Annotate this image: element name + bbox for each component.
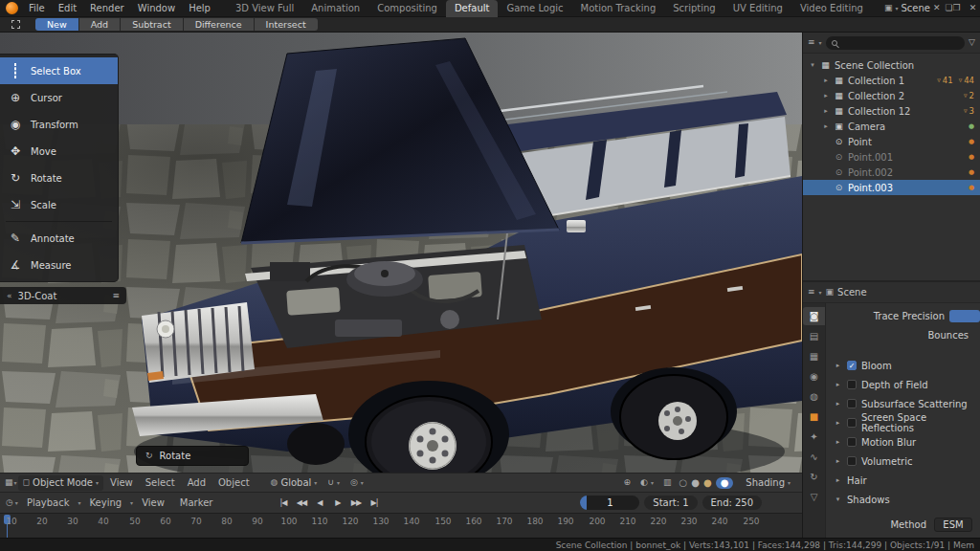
window-icon[interactable]: ❐ xyxy=(953,4,961,12)
panel-volumetric[interactable]: ▸ Volumetric xyxy=(826,452,980,471)
mode-subtract-button[interactable]: Subtract xyxy=(121,18,182,31)
shading-material-button[interactable]: ● xyxy=(703,478,712,488)
panel-depth-of-field[interactable]: ▸ Depth of Field xyxy=(826,375,980,394)
outliner-row-point-001[interactable]: ⊙ Point.001 ● xyxy=(803,149,980,165)
outliner-row-point-002[interactable]: ⊙ Point.002 ● xyxy=(803,165,980,180)
xray-toggle-icon[interactable]: ▥ xyxy=(663,478,672,487)
outliner-row-collection-1[interactable]: ▸ ▦ Collection 1 ▿41 ▿44 xyxy=(803,73,980,88)
menu-playback[interactable]: Playback xyxy=(20,493,77,514)
panel-motion-blur[interactable]: ▸ Motion Blur xyxy=(826,432,980,452)
current-frame-field[interactable]: 1 xyxy=(580,496,639,510)
mode-dropdown[interactable]: ◻ Object Mode ▾ xyxy=(18,475,104,491)
menu-object[interactable]: Object xyxy=(212,474,256,493)
method-dropdown[interactable]: ESM xyxy=(934,518,972,532)
menu-file[interactable]: File xyxy=(22,0,52,16)
menu-edit[interactable]: Edit xyxy=(52,0,83,16)
menu-render[interactable]: Render xyxy=(83,0,131,16)
timeline-ruler[interactable]: 10 20 30 40 50 60 70 80 90 100 110 120 1… xyxy=(0,513,802,538)
play-reverse-button[interactable]: ◀ xyxy=(311,496,327,510)
tab-particles[interactable]: ∿ xyxy=(803,448,825,466)
mode-add-button[interactable]: Add xyxy=(79,18,120,31)
operator-panel-rotate[interactable]: ↻ Rotate xyxy=(136,446,249,466)
subsurface-scattering-checkbox[interactable] xyxy=(847,399,857,408)
jump-to-end-button[interactable]: ▶| xyxy=(366,496,382,510)
expand-icon[interactable]: ▸ xyxy=(834,476,842,484)
tab-object[interactable]: ■ xyxy=(803,408,825,426)
tool-cursor[interactable]: ⊕ Cursor xyxy=(0,84,118,111)
filter-icon[interactable]: ▽ xyxy=(969,38,975,47)
menu-help[interactable]: Help xyxy=(182,0,217,16)
outliner-row-scene-collection[interactable]: ▾ ▦ Scene Collection xyxy=(803,57,980,73)
expand-icon[interactable]: ▸ xyxy=(834,381,842,388)
gizmo-icon[interactable]: ⊕ xyxy=(623,478,631,487)
tool-move[interactable]: ✥ Move xyxy=(0,138,118,165)
tool-transform[interactable]: ◉ Transform xyxy=(0,111,118,138)
workspace-tab[interactable]: Compositing xyxy=(368,0,446,17)
panel-subsurface-scattering[interactable]: ▸ Subsurface Scattering xyxy=(826,394,980,413)
unlink-icon[interactable]: ✕ xyxy=(933,4,941,12)
tab-render[interactable]: ◙ xyxy=(803,307,825,325)
hamburger-icon[interactable]: ≡ xyxy=(112,292,120,300)
outliner-row-point[interactable]: ⊙ Point ● xyxy=(803,134,980,149)
workspace-tab[interactable]: Game Logic xyxy=(498,0,571,17)
scene-selector[interactable]: ▣ ▾ Scene ✕ xyxy=(880,3,946,13)
light-data-icon[interactable]: ● xyxy=(969,138,974,145)
tool-rotate[interactable]: ↻ Rotate xyxy=(0,165,118,191)
tool-scale[interactable]: ⇲ Scale xyxy=(0,191,118,218)
volumetric-checkbox[interactable] xyxy=(847,456,857,466)
tool-annotate[interactable]: ✎ Annotate xyxy=(0,225,118,252)
end-frame-field[interactable]: End:250 xyxy=(702,496,762,510)
jump-to-start-button[interactable]: |◀ xyxy=(275,496,291,510)
workspace-tab[interactable]: 3D View Full xyxy=(227,0,302,17)
expand-icon[interactable]: ▸ xyxy=(834,438,842,446)
proportional-editing-toggle[interactable]: ◎ ▾ xyxy=(345,478,368,487)
overlays-toggle[interactable]: ◐ ▾ xyxy=(635,478,658,487)
menu-view[interactable]: View xyxy=(104,474,139,493)
editor-type-icon[interactable]: ▦ xyxy=(5,478,13,487)
outliner-row-point-003-selected[interactable]: ⊙ Point.003 ● xyxy=(803,180,980,195)
expand-icon[interactable]: ▸ xyxy=(822,122,830,130)
search-input[interactable] xyxy=(826,36,966,50)
trace-precision-slider[interactable] xyxy=(949,310,980,322)
timeline-editor-icon[interactable]: ◷ xyxy=(6,498,13,507)
orientation-dropdown[interactable]: ◍ Global ▾ xyxy=(266,477,323,488)
expand-icon[interactable]: ▸ xyxy=(822,92,830,99)
bounces-subpanel[interactable]: Bounces xyxy=(826,325,980,344)
depth-of-field-checkbox[interactable] xyxy=(847,380,857,389)
shading-wireframe-button[interactable]: ○ xyxy=(679,478,687,488)
workspace-tab-active[interactable]: Default xyxy=(446,0,499,17)
panel-bloom[interactable]: ▸ Bloom xyxy=(826,356,980,375)
expand-icon[interactable]: ▸ xyxy=(834,457,842,465)
menu-view[interactable]: View xyxy=(135,493,171,514)
prev-keyframe-button[interactable]: ◀◀ xyxy=(293,496,309,510)
menu-add[interactable]: Add xyxy=(182,474,212,493)
tab-modifiers[interactable]: ✦ xyxy=(803,428,825,446)
light-data-icon[interactable]: ● xyxy=(969,168,974,176)
tab-data[interactable]: ▽ xyxy=(803,488,825,506)
menu-select[interactable]: Select xyxy=(140,474,181,493)
expand-icon[interactable]: ▾ xyxy=(809,61,816,69)
properties-editor-icon[interactable]: ≡ xyxy=(808,288,815,297)
workspace-tab[interactable]: Scripting xyxy=(664,0,724,17)
light-data-icon[interactable]: ● xyxy=(969,184,974,191)
mode-difference-button[interactable]: Difference xyxy=(184,18,254,31)
tool-measure[interactable]: ∡ Measure xyxy=(0,252,118,278)
outliner-editor-icon[interactable]: ≡ xyxy=(808,38,815,47)
workspace-tab[interactable]: Animation xyxy=(302,0,368,17)
start-frame-field[interactable]: Start:1 xyxy=(644,496,697,510)
expand-icon[interactable]: ▸ xyxy=(834,362,842,369)
shading-rendered-button[interactable]: ● xyxy=(716,477,734,489)
outliner-row-collection-12[interactable]: ▸ ▦ Collection 12 ▿3 xyxy=(803,103,980,119)
menu-keying[interactable]: Keying xyxy=(83,493,129,514)
next-keyframe-button[interactable]: ▶▶ xyxy=(347,496,364,510)
collapse-icon[interactable]: ▾ xyxy=(834,496,842,503)
addon-tab-3dcoat[interactable]: « 3D-Coat ≡ xyxy=(0,287,126,304)
shading-popover[interactable]: Shading ▾ xyxy=(741,477,795,488)
expand-icon[interactable]: ▸ xyxy=(822,107,830,115)
blender-logo-icon[interactable] xyxy=(6,2,18,14)
mode-new-button[interactable]: New xyxy=(35,18,78,31)
camera-visibility-icon[interactable]: ● xyxy=(969,122,974,130)
tab-world[interactable]: ◍ xyxy=(803,387,825,406)
expand-icon[interactable]: ▸ xyxy=(822,77,830,84)
expand-icon[interactable]: ▸ xyxy=(834,419,842,427)
